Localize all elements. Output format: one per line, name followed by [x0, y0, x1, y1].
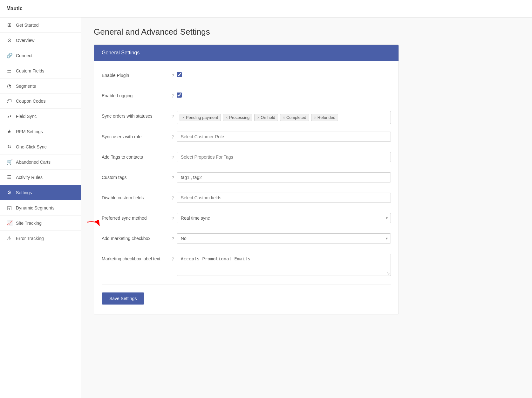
marketing-text-help-icon[interactable]: ? — [172, 254, 174, 262]
add-tags-label: Add Tags to contacts — [102, 152, 172, 160]
marketing-text-control: ? Accepts Promotional Emails ⤡ — [172, 254, 391, 277]
sidebar-item-field-sync[interactable]: ⇄ Field Sync — [0, 109, 81, 124]
sync-orders-help-icon[interactable]: ? — [172, 111, 174, 119]
save-settings-button[interactable]: Save Settings — [102, 292, 144, 305]
sync-users-label: Sync users with role — [102, 132, 172, 139]
sidebar-item-abandoned-carts[interactable]: 🛒 Abandoned Carts — [0, 154, 81, 170]
status-tag-on-hold: × On hold — [254, 114, 278, 121]
rules-icon: ☰ — [6, 174, 12, 180]
add-marketing-control: ? No Yes ▾ — [172, 233, 391, 244]
sidebar-item-label: Connect — [16, 53, 32, 58]
sidebar-item-get-started[interactable]: ⊞ Get Started — [0, 17, 81, 33]
remove-refunded-icon[interactable]: × — [314, 115, 316, 120]
sync-statuses-tags-area: × Pending payment × Processing × On hold — [177, 111, 391, 124]
disable-custom-fields-help-icon[interactable]: ? — [172, 193, 174, 201]
sync-orders-row: Sync orders with statuses ? × Pending pa… — [102, 111, 391, 124]
save-button-area: Save Settings — [102, 292, 391, 305]
sidebar-item-label: Abandoned Carts — [16, 160, 51, 165]
disable-custom-fields-control: ? — [172, 193, 391, 203]
preferred-sync-help-icon[interactable]: ? — [172, 213, 174, 221]
sync-users-input[interactable] — [177, 132, 391, 142]
status-tag-label: On hold — [261, 115, 275, 120]
add-marketing-help-icon[interactable]: ? — [172, 233, 174, 241]
sidebar-item-label: Dynamic Segments — [16, 205, 54, 210]
status-tag-completed: × Completed — [280, 114, 309, 121]
enable-logging-checkbox-wrap — [177, 91, 182, 98]
sidebar-item-label: Site Tracking — [16, 221, 42, 226]
form-divider — [102, 285, 391, 285]
sidebar-item-label: Activity Rules — [16, 175, 43, 180]
sidebar-item-settings[interactable]: ⚙ Settings — [0, 185, 81, 200]
sidebar-item-label: Overview — [16, 38, 34, 43]
add-tags-input[interactable] — [177, 152, 391, 162]
card-body: Enable Plugin ? Enable Logging ? — [94, 61, 399, 314]
enable-logging-help-icon[interactable]: ? — [172, 91, 174, 99]
circle-icon: ⊙ — [6, 37, 12, 43]
remove-on-hold-icon[interactable]: × — [257, 115, 259, 120]
link-icon: 🔗 — [6, 52, 12, 58]
enable-logging-row: Enable Logging ? — [102, 91, 391, 103]
topbar: Mautic — [0, 0, 532, 17]
sidebar-item-connect[interactable]: 🔗 Connect — [0, 48, 81, 63]
sidebar-item-activity-rules[interactable]: ☰ Activity Rules — [0, 170, 81, 185]
remove-processing-icon[interactable]: × — [226, 115, 228, 120]
marketing-text-wrapper: Accepts Promotional Emails ⤡ — [177, 254, 391, 277]
custom-tags-input[interactable] — [177, 172, 391, 182]
app-title: Mautic — [6, 6, 23, 11]
preferred-sync-select[interactable]: Real time sync Scheduled sync — [177, 213, 391, 223]
enable-plugin-row: Enable Plugin ? — [102, 70, 391, 83]
sidebar-item-coupon-codes[interactable]: 🏷 Coupon Codes — [0, 94, 81, 109]
sidebar-item-one-click-sync[interactable]: ↻ One-Click Sync — [0, 139, 81, 154]
enable-plugin-label: Enable Plugin — [102, 70, 172, 78]
disable-custom-fields-input[interactable] — [177, 193, 391, 203]
enable-logging-label: Enable Logging — [102, 91, 172, 98]
enable-logging-checkbox[interactable] — [177, 93, 182, 98]
sync-users-row: Sync users with role ? — [102, 132, 391, 144]
sidebar-item-rfm-settings[interactable]: ★ RFM Settings — [0, 124, 81, 139]
status-tag-refunded: × Refunded — [311, 114, 338, 121]
page-title: General and Advanced Settings — [94, 27, 519, 37]
sidebar-item-site-tracking[interactable]: 📈 Site Tracking — [0, 216, 81, 231]
custom-tags-help-icon[interactable]: ? — [172, 172, 174, 180]
tag-icon: 🏷 — [6, 98, 12, 104]
remove-completed-icon[interactable]: × — [283, 115, 285, 120]
list-icon: ☰ — [6, 68, 12, 74]
sync-orders-control: ? × Pending payment × Processing — [172, 111, 391, 124]
red-arrow-annotation — [84, 213, 104, 233]
enable-plugin-control: ? — [172, 70, 391, 78]
add-tags-row: Add Tags to contacts ? — [102, 152, 391, 165]
pie-icon: ◔ — [6, 83, 12, 89]
enable-plugin-help-icon[interactable]: ? — [172, 70, 174, 78]
star-icon: ★ — [6, 128, 12, 134]
cart-icon: 🛒 — [6, 159, 12, 165]
sidebar-item-label: Error Tracking — [16, 236, 44, 241]
preferred-sync-wrapper: Real time sync Scheduled sync ▾ — [177, 213, 391, 223]
status-tag-pending: × Pending payment — [180, 114, 221, 121]
add-marketing-label: Add marketing checkbox — [102, 233, 172, 241]
sidebar-item-dynamic-segments[interactable]: ◱ Dynamic Segments — [0, 200, 81, 216]
status-tag-processing: × Processing — [223, 114, 252, 121]
grid-icon: ⊞ — [6, 22, 12, 28]
custom-tags-control: ? — [172, 172, 391, 182]
gear-icon: ⚙ — [6, 189, 12, 196]
remove-pending-icon[interactable]: × — [182, 115, 185, 120]
sidebar-item-overview[interactable]: ⊙ Overview — [0, 33, 81, 48]
sidebar-item-custom-fields[interactable]: ☰ Custom Fields — [0, 63, 81, 79]
status-tag-label: Completed — [286, 115, 306, 120]
sidebar-item-label: Field Sync — [16, 114, 37, 119]
chart-icon: 📈 — [6, 220, 12, 226]
refresh-icon: ↻ — [6, 144, 12, 150]
add-marketing-select[interactable]: No Yes — [177, 233, 391, 244]
sidebar-item-label: Segments — [16, 84, 36, 89]
sync-users-control: ? — [172, 132, 391, 142]
status-tag-label: Pending payment — [186, 115, 218, 120]
enable-logging-control: ? — [172, 91, 391, 99]
sidebar-item-error-tracking[interactable]: ⚠ Error Tracking — [0, 231, 81, 246]
marketing-text-textarea[interactable]: Accepts Promotional Emails — [177, 254, 391, 276]
add-tags-help-icon[interactable]: ? — [172, 152, 174, 160]
sidebar-item-segments[interactable]: ◔ Segments — [0, 79, 81, 94]
marketing-text-row: Marketing checkbox label text ? Accepts … — [102, 254, 391, 277]
add-marketing-wrapper: No Yes ▾ — [177, 233, 391, 244]
enable-plugin-checkbox[interactable] — [177, 72, 182, 77]
sync-users-help-icon[interactable]: ? — [172, 132, 174, 140]
